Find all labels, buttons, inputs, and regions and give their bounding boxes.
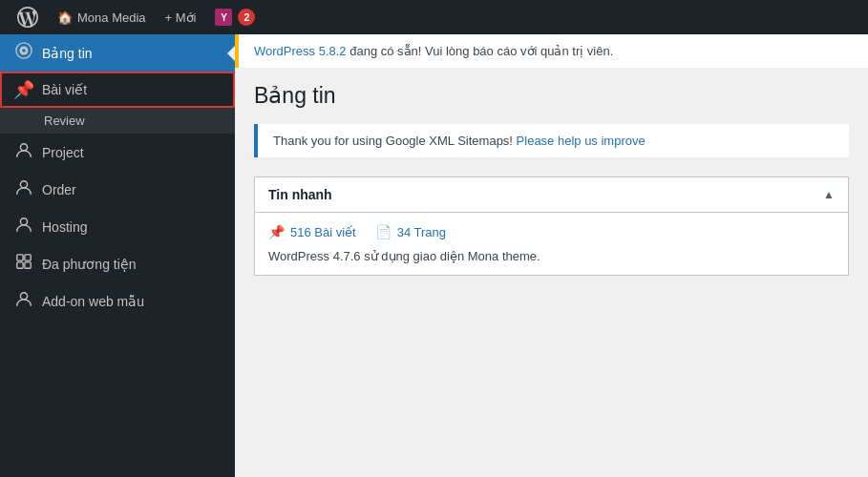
- svg-rect-8: [17, 262, 23, 268]
- sidebar-submenu-review: Review: [0, 108, 235, 134]
- tin-nhanh-section: Tin nhanh ▲ 📌 516 Bài viết 📄 34 Trang: [254, 176, 849, 276]
- project-icon: [13, 141, 34, 163]
- sidebar-item-bai-viet[interactable]: 📌 Bài viết: [0, 72, 235, 108]
- sidebar-item-review[interactable]: Review: [0, 108, 235, 134]
- info-box: Thank you for using Google XML Sitemaps!…: [254, 124, 849, 157]
- svg-point-3: [20, 144, 27, 151]
- notice-text: đang có sẵn! Vui lòng báo cáo với quản t…: [347, 44, 614, 58]
- page-content: Bảng tin Thank you for using Google XML …: [235, 68, 868, 291]
- admin-bar: 🏠 Mona Media + Mới Y 2: [0, 0, 868, 34]
- svg-point-10: [20, 293, 27, 300]
- stat-trang[interactable]: 📄 34 Trang: [375, 224, 446, 239]
- bang-tin-icon: [13, 42, 34, 64]
- home-label: Mona Media: [77, 10, 146, 25]
- sidebar-item-add-on[interactable]: Add-on web mẫu: [0, 282, 235, 320]
- hosting-icon: [13, 216, 34, 238]
- tin-nhanh-header: Tin nhanh ▲: [255, 177, 848, 213]
- stat-trang-text: 34 Trang: [397, 225, 446, 239]
- da-phuong-tien-label: Đa phương tiện: [42, 257, 137, 272]
- bai-viet-stat-icon: 📌: [268, 224, 285, 239]
- svg-rect-6: [17, 255, 23, 260]
- order-label: Order: [42, 182, 76, 197]
- hosting-label: Hosting: [42, 219, 87, 235]
- svg-rect-7: [25, 255, 31, 260]
- order-icon: [13, 178, 34, 200]
- project-label: Project: [42, 145, 84, 160]
- sidebar-item-order[interactable]: Order: [0, 171, 235, 208]
- content-area: WordPress 5.8.2 đang có sẵn! Vui lòng bá…: [235, 34, 868, 477]
- bai-viet-label: Bài viết: [42, 82, 87, 97]
- home-button[interactable]: 🏠 Mona Media: [48, 0, 156, 34]
- sidebar-item-hosting[interactable]: Hosting: [0, 208, 235, 245]
- stat-bai-viet[interactable]: 📌 516 Bài viết: [268, 224, 356, 239]
- sidebar-item-project[interactable]: Project: [0, 134, 235, 171]
- yoast-button[interactable]: Y 2: [205, 0, 265, 34]
- svg-point-2: [22, 49, 26, 52]
- svg-rect-9: [25, 262, 31, 268]
- wp-update-notice: WordPress 5.8.2 đang có sẵn! Vui lòng bá…: [235, 34, 868, 68]
- yoast-icon: Y: [215, 9, 232, 26]
- tin-nhanh-content: 📌 516 Bài viết 📄 34 Trang WordPress 4.7.…: [255, 213, 848, 275]
- main-layout: Bảng tin 📌 Bài viết Review Project: [0, 34, 868, 477]
- tin-nhanh-stats: 📌 516 Bài viết 📄 34 Trang: [268, 224, 835, 239]
- bang-tin-label: Bảng tin: [42, 46, 93, 61]
- sidebar-item-da-phuong-tien[interactable]: Đa phương tiện: [0, 245, 235, 282]
- info-box-link[interactable]: Please help us improve: [517, 134, 646, 148]
- wp-logo-button[interactable]: [8, 0, 48, 34]
- sidebar-item-bang-tin[interactable]: Bảng tin: [0, 34, 235, 72]
- sidebar: Bảng tin 📌 Bài viết Review Project: [0, 34, 235, 477]
- trang-stat-icon: 📄: [375, 224, 392, 239]
- info-box-text: Thank you for using Google XML Sitemaps!: [273, 134, 517, 148]
- home-icon: 🏠: [57, 10, 73, 25]
- tin-nhanh-desc: WordPress 4.7.6 sử dụng giao diện Mona t…: [268, 249, 835, 263]
- new-button[interactable]: + Mới: [156, 0, 206, 34]
- svg-point-4: [20, 181, 27, 188]
- wp-version-link[interactable]: WordPress 5.8.2: [254, 44, 347, 58]
- svg-point-5: [20, 218, 27, 225]
- tin-nhanh-toggle[interactable]: ▲: [823, 188, 835, 201]
- tin-nhanh-title: Tin nhanh: [268, 187, 332, 202]
- new-label: + Mới: [165, 10, 197, 25]
- yoast-badge: 2: [238, 9, 255, 26]
- da-phuong-tien-icon: [13, 253, 34, 275]
- page-title: Bảng tin: [254, 83, 849, 109]
- add-on-label: Add-on web mẫu: [42, 294, 144, 309]
- stat-bai-viet-text: 516 Bài viết: [290, 225, 356, 239]
- bai-viet-icon: 📌: [13, 79, 34, 100]
- add-on-icon: [13, 290, 34, 312]
